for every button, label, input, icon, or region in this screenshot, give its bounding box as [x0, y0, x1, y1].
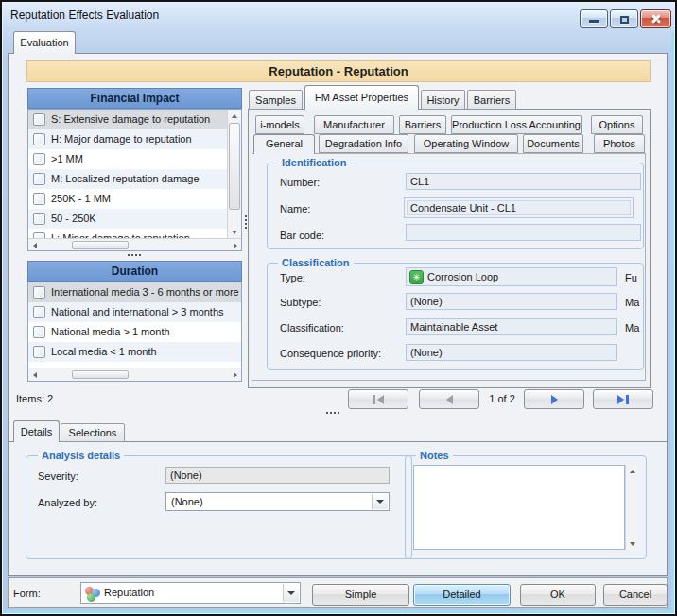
tab-evaluation[interactable]: Evaluation — [13, 31, 76, 54]
scroll-down-button[interactable] — [626, 538, 639, 550]
tab-fm-asset-properties[interactable]: FM Asset Properties — [304, 85, 419, 110]
tab-production-loss-accounting[interactable]: Production Loss Accounting — [451, 115, 582, 134]
scroll-left-button[interactable] — [28, 368, 41, 381]
vertical-scrollbar[interactable] — [227, 110, 241, 238]
last-record-button[interactable] — [593, 389, 653, 409]
minimize-button[interactable] — [580, 9, 608, 28]
checkbox[interactable] — [33, 113, 45, 126]
tab-manufacturer[interactable]: Manufacturer — [314, 115, 394, 134]
form-dropdown[interactable]: Reputation — [80, 582, 301, 604]
first-record-button[interactable] — [348, 389, 408, 409]
arrow-down-icon — [232, 231, 237, 234]
number-field[interactable]: CL1 — [406, 173, 641, 190]
vertical-splitter-grip[interactable] — [245, 215, 247, 217]
horizontal-scrollbar[interactable] — [28, 238, 241, 251]
tab-samples[interactable]: Samples — [249, 90, 303, 110]
classification-group-label: Classification — [278, 257, 354, 268]
ok-button[interactable]: OK — [520, 584, 596, 606]
checkbox[interactable] — [33, 306, 45, 318]
list-item[interactable]: National and international > 3 months — [28, 302, 241, 322]
page-title: Reputation - Reputation — [26, 60, 651, 82]
type-label: Type: — [280, 272, 305, 283]
notes-textarea[interactable] — [413, 465, 625, 550]
tab-i-models[interactable]: i-models — [255, 115, 304, 134]
checkbox[interactable] — [33, 133, 45, 145]
scroll-right-button[interactable] — [229, 368, 241, 381]
checkbox[interactable] — [33, 213, 45, 225]
checkbox[interactable] — [33, 286, 45, 299]
simple-button[interactable]: Simple — [312, 584, 409, 606]
bar-code-field[interactable] — [406, 224, 641, 241]
scroll-up-button[interactable] — [626, 465, 639, 477]
scroll-right-button[interactable] — [229, 239, 241, 251]
tab-details[interactable]: Details — [13, 420, 60, 442]
analyzed-by-label: Analyzed by: — [38, 497, 97, 508]
dropdown-button[interactable] — [372, 494, 388, 509]
list-item[interactable]: International media 3 - 6 months or more — [28, 282, 241, 302]
cancel-button[interactable]: Cancel — [603, 584, 668, 606]
list-item[interactable]: National media > 1 month — [28, 322, 241, 342]
tab-photos[interactable]: Photos — [594, 134, 645, 153]
arrow-up-icon — [232, 114, 237, 118]
name-field[interactable]: Condensate Unit - CL1 — [404, 197, 634, 218]
classification-field[interactable]: Maintainable Asset — [406, 318, 617, 335]
arrow-up-icon — [630, 470, 635, 473]
scrollbar-thumb[interactable] — [229, 123, 240, 210]
scrollbar-thumb[interactable] — [72, 241, 129, 249]
duration-header: Duration — [27, 261, 242, 282]
notes-scrollbar[interactable] — [625, 465, 639, 550]
arrow-right-icon — [234, 372, 237, 378]
frame-accent-bottom — [4, 610, 673, 613]
form-value: Reputation — [104, 583, 154, 603]
tab-operating-window[interactable]: Operating Window — [414, 134, 518, 153]
scroll-left-button[interactable] — [28, 239, 41, 251]
list-item[interactable]: H: Major damage to reputation — [28, 129, 227, 149]
financial-impact-header: Financial Impact — [27, 88, 242, 109]
list-item[interactable]: S: Extensive damage to reputation — [28, 110, 227, 129]
dropdown-button[interactable] — [283, 584, 299, 602]
list-item[interactable]: L: Minor damage to reputation — [28, 229, 227, 238]
reputation-form-icon — [85, 587, 99, 601]
scroll-down-button[interactable] — [228, 226, 241, 238]
checkbox[interactable] — [33, 193, 45, 205]
tab-history[interactable]: History — [421, 90, 465, 110]
tab-options[interactable]: Options — [591, 115, 643, 134]
horizontal-splitter-grip[interactable] — [128, 254, 130, 256]
number-label: Number: — [280, 177, 320, 188]
severity-label: Severity: — [38, 471, 78, 482]
analyzed-by-dropdown[interactable]: (None) — [165, 492, 390, 511]
scrollbar-thumb[interactable] — [72, 370, 129, 379]
next-record-button[interactable] — [524, 389, 584, 409]
severity-field[interactable]: (None) — [165, 467, 390, 484]
next-record-icon — [551, 395, 558, 404]
tab-barriers[interactable]: Barriers — [467, 90, 516, 110]
checkbox[interactable] — [33, 173, 45, 185]
tab-selections[interactable]: Selections — [61, 423, 125, 442]
checkbox[interactable] — [33, 153, 45, 165]
checkbox[interactable] — [33, 346, 45, 358]
list-item[interactable]: 50 - 250K — [28, 209, 227, 229]
consequence-priority-label: Consequence priority: — [280, 348, 381, 359]
close-button[interactable] — [640, 9, 671, 28]
list-item[interactable]: Local media < 1 month — [28, 342, 241, 362]
analysis-details-group-label: Analysis details — [38, 450, 124, 461]
consequence-priority-field[interactable]: (None) — [406, 344, 617, 361]
horizontal-scrollbar[interactable] — [28, 368, 241, 381]
details-splitter-grip[interactable] — [326, 412, 328, 414]
tab-documents[interactable]: Documents — [523, 134, 583, 153]
list-item[interactable]: 250K - 1 MM — [28, 189, 227, 209]
arrow-left-icon — [33, 372, 37, 378]
subtype-field[interactable]: (None) — [406, 293, 617, 310]
financial-impact-list: S: Extensive damage to reputation H: Maj… — [27, 109, 242, 251]
maximize-button[interactable] — [610, 9, 638, 28]
tab-general[interactable]: General — [253, 134, 315, 154]
tab-degradation-info[interactable]: Degradation Info — [319, 134, 408, 153]
previous-record-button[interactable] — [419, 389, 479, 409]
detailed-button[interactable]: Detailed — [413, 584, 511, 606]
scroll-up-button[interactable] — [228, 110, 241, 122]
list-item[interactable]: >1 MM — [28, 149, 227, 169]
tab-barriers-inner[interactable]: Barriers — [399, 115, 446, 134]
checkbox[interactable] — [33, 326, 45, 338]
type-field[interactable]: ✳ Corrosion Loop — [406, 267, 617, 286]
list-item[interactable]: M: Localized reputation damage — [28, 169, 227, 189]
